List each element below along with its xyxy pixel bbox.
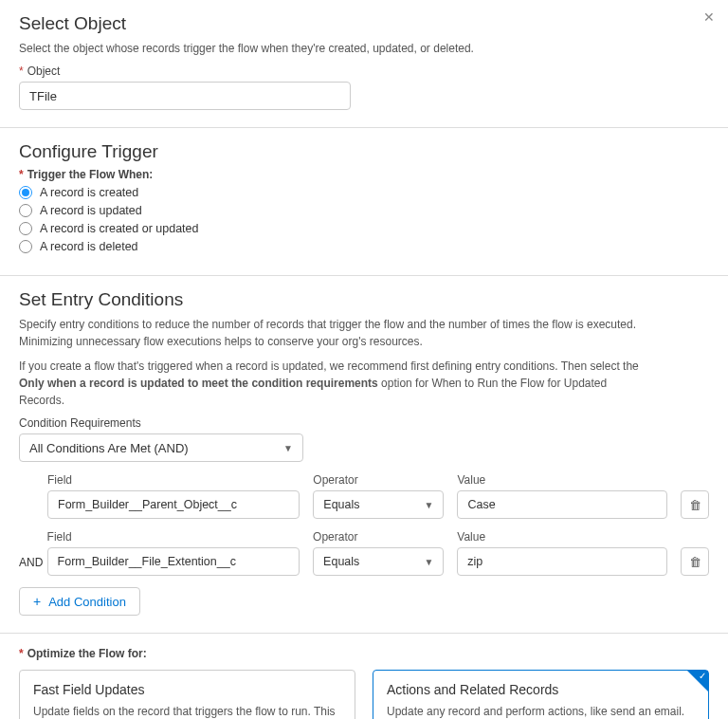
value-label: Value (457, 473, 667, 487)
delete-condition-button[interactable]: 🗑 (681, 547, 709, 576)
check-icon (687, 671, 708, 691)
operator-label: Operator (313, 530, 444, 544)
optimize-card-actions-related-records[interactable]: Actions and Related Records Update any r… (373, 670, 709, 719)
section-description-2: If you create a flow that's triggered wh… (19, 358, 645, 409)
section-optimize-flow: Optimize the Flow for: Fast Field Update… (0, 634, 728, 719)
condition-requirements-select[interactable]: All Conditions Are Met (AND) ▼ (19, 433, 303, 462)
section-description: Specify entry conditions to reduce the n… (19, 316, 645, 350)
radio-icon (19, 240, 32, 253)
add-condition-button[interactable]: + Add Condition (19, 587, 140, 616)
section-title: Configure Trigger (19, 141, 709, 162)
value-label: Value (457, 530, 667, 544)
add-condition-label: Add Condition (48, 595, 126, 609)
condition-row: Field Form_Builder__Parent_Object__c Ope… (47, 473, 709, 519)
radio-record-updated[interactable]: A record is updated (19, 204, 709, 217)
object-input[interactable] (19, 82, 351, 110)
radio-record-deleted[interactable]: A record is deleted (19, 240, 709, 253)
plus-icon: + (33, 594, 41, 609)
condition-field-input[interactable]: Form_Builder__File_Extention__c (47, 547, 300, 576)
optimize-label: Optimize the Flow for: (19, 647, 709, 660)
section-configure-trigger: Configure Trigger Trigger the Flow When:… (0, 128, 728, 276)
trash-icon: 🗑 (689, 555, 701, 569)
radio-icon (19, 222, 32, 235)
chevron-down-icon: ▼ (425, 500, 434, 510)
delete-condition-button[interactable]: 🗑 (681, 490, 709, 519)
condition-row: AND Field Form_Builder__File_Extention__… (19, 530, 709, 576)
condition-operator-select[interactable]: Equals ▼ (313, 547, 444, 576)
condition-field-input[interactable]: Form_Builder__Parent_Object__c (47, 490, 300, 519)
section-title: Set Entry Conditions (19, 289, 709, 310)
card-title: Fast Field Updates (33, 682, 341, 697)
card-description: Update fields on the record that trigger… (33, 703, 341, 719)
condition-requirements-label: Condition Requirements (19, 416, 709, 430)
chevron-down-icon: ▼ (424, 557, 433, 567)
radio-icon (19, 204, 32, 217)
condition-value-input[interactable]: zip (457, 547, 667, 576)
section-title: Select Object (19, 13, 709, 34)
object-label: Object (19, 65, 709, 78)
close-icon[interactable]: ✕ (703, 9, 715, 25)
field-label: Field (47, 473, 300, 487)
optimize-card-fast-field-updates[interactable]: Fast Field Updates Update fields on the … (19, 670, 355, 719)
condition-value-input[interactable]: Case (457, 490, 667, 519)
trigger-when-label: Trigger the Flow When: (19, 168, 709, 181)
section-entry-conditions: Set Entry Conditions Specify entry condi… (0, 276, 728, 634)
field-label: Field (47, 530, 300, 544)
chevron-down-icon: ▼ (283, 443, 293, 453)
card-title: Actions and Related Records (387, 682, 695, 697)
select-value: All Conditions Are Met (AND) (29, 441, 189, 455)
radio-label: A record is deleted (40, 240, 138, 253)
radio-label: A record is created or updated (40, 222, 198, 235)
logic-operator-label: AND (19, 556, 47, 576)
radio-record-created-or-updated[interactable]: A record is created or updated (19, 222, 709, 235)
radio-label: A record is created (40, 186, 138, 199)
condition-operator-select[interactable]: Equals ▼ (313, 490, 444, 519)
section-description: Select the object whose records trigger … (19, 40, 474, 57)
operator-label: Operator (313, 473, 444, 487)
radio-icon (19, 186, 32, 199)
radio-label: A record is updated (40, 204, 142, 217)
radio-record-created[interactable]: A record is created (19, 186, 709, 199)
card-description: Update any record and perform actions, l… (387, 703, 695, 719)
trash-icon: 🗑 (689, 498, 701, 512)
section-select-object: Select Object Select the object whose re… (0, 0, 728, 128)
